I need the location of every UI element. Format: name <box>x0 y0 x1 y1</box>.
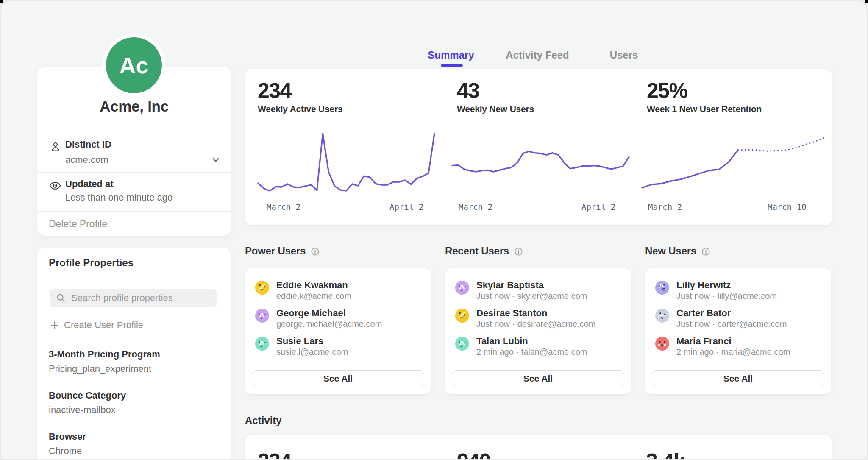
x-tick: March 2 <box>459 202 492 212</box>
user-avatar-face <box>255 281 269 295</box>
company-name: Acme, Inc <box>37 98 231 115</box>
activity-heading: Activity <box>245 415 282 427</box>
user-detail: Just now · carter@acme.com <box>676 319 829 329</box>
user-name: Eddie Kwakman <box>276 280 429 291</box>
property-label: Bounce Category <box>49 390 126 401</box>
distinct-id-value: acme.com <box>65 154 108 165</box>
user-avatar-face <box>655 309 669 323</box>
metric-label-wau: Weekly Active Users <box>258 104 343 114</box>
summary-metrics-card: 234 Weekly Active Users 43 Weekly New Us… <box>245 69 832 225</box>
user-detail: Just now · skyler@acme.com <box>476 291 629 301</box>
info-icon[interactable] <box>311 248 319 256</box>
tab-users[interactable]: Users <box>610 49 638 61</box>
user-avatar-face <box>455 337 469 351</box>
user-avatar-face <box>255 309 269 323</box>
user-detail: Just now · lilly@acme.com <box>676 291 829 301</box>
power-users-card: Eddie Kwakman eddie.k@acme.com George Mi… <box>245 268 431 394</box>
user-detail: eddie.k@acme.com <box>276 291 429 301</box>
person-icon <box>50 141 61 153</box>
distinct-id-label: Distinct ID <box>65 139 111 150</box>
new-users-card: Lilly Herwitz Just now · lilly@acme.com … <box>645 268 831 394</box>
x-tick: March 10 <box>768 202 807 212</box>
user-name: George Michael <box>276 308 429 319</box>
profile-page: Ac Acme, Inc Distinct ID acme.com Update… <box>1 1 867 460</box>
company-avatar: Ac <box>103 34 165 97</box>
create-user-profile-label: Create User Profile <box>64 320 143 331</box>
eye-icon <box>48 180 62 192</box>
recent-users-card: Skylar Baptista Just now · skyler@acme.c… <box>445 268 631 394</box>
profile-properties-card: Profile Properties Create User Profile 3… <box>37 248 231 460</box>
see-all-button[interactable]: See All <box>452 370 624 387</box>
metric-label-retention: Week 1 New User Retention <box>647 104 762 114</box>
chevron-down-icon[interactable] <box>210 154 221 165</box>
new-users-title: New Users <box>645 245 696 257</box>
activity-card: 234 940 3.4k <box>245 435 832 460</box>
property-value: inactive-mailbox <box>49 404 116 415</box>
search-input[interactable] <box>71 293 207 304</box>
metric-value-retention: 25% <box>647 78 687 103</box>
power-users-heading: Power Users <box>245 245 319 257</box>
user-avatar-face <box>455 309 469 323</box>
power-users-title: Power Users <box>245 245 306 257</box>
divider <box>37 277 231 277</box>
company-avatar-circle: Ac <box>106 37 162 93</box>
user-name: Lilly Herwitz <box>676 280 829 291</box>
divider <box>37 211 231 212</box>
property-label: Browser <box>49 431 86 442</box>
metric-value-wau: 234 <box>258 78 291 103</box>
active-tab-underline <box>441 64 463 67</box>
property-label: 3-Month Pricing Program <box>49 349 160 360</box>
x-tick: March 2 <box>648 202 682 212</box>
profile-properties-search[interactable] <box>50 289 217 307</box>
metric-label-wnu: Weekly New Users <box>457 104 534 114</box>
recent-users-heading: Recent Users <box>445 245 523 257</box>
see-all-button[interactable]: See All <box>252 370 424 387</box>
search-icon <box>56 293 66 303</box>
info-icon[interactable] <box>515 248 523 256</box>
user-detail: Just now · desirare@acme.com <box>476 319 629 329</box>
user-name: Susie Lars <box>276 336 429 347</box>
metric-value-wnu: 43 <box>457 78 479 103</box>
divider <box>37 382 231 382</box>
user-detail: susie.l@acme.com <box>276 347 429 357</box>
user-name: Skylar Baptista <box>476 280 629 291</box>
x-tick: April 2 <box>581 202 615 212</box>
recent-users-title: Recent Users <box>445 245 509 257</box>
user-avatar-face <box>655 281 669 295</box>
create-user-profile-button[interactable]: Create User Profile <box>50 320 143 331</box>
tab-summary[interactable]: Summary <box>428 49 474 61</box>
plus-icon <box>50 321 59 329</box>
profile-properties-title: Profile Properties <box>49 257 134 269</box>
wnu-line-chart <box>451 128 632 196</box>
window-corner-artifact <box>865 0 868 3</box>
tab-activity-feed[interactable]: Activity Feed <box>506 49 569 61</box>
user-name: Desirae Stanton <box>476 308 629 319</box>
user-avatar-face <box>655 337 669 351</box>
property-value: Pricing_plan_experiment <box>49 363 151 374</box>
user-name: Maria Franci <box>676 336 829 347</box>
updated-at-label: Updated at <box>65 178 114 190</box>
see-all-button[interactable]: See All <box>652 370 824 387</box>
retention-line-chart <box>640 128 827 196</box>
user-name: Talan Lubin <box>476 336 629 347</box>
divider <box>37 423 231 423</box>
updated-at-value: Less than one minute ago <box>65 192 172 203</box>
divider <box>37 341 231 341</box>
wau-line-chart <box>256 128 437 196</box>
delete-profile-button[interactable]: Delete Profile <box>49 218 107 230</box>
user-avatar-face <box>255 337 269 351</box>
user-name: Carter Bator <box>676 308 829 319</box>
user-detail: 2 min ago · maria@acme.com <box>676 347 829 357</box>
user-detail: george.michael@acme.com <box>276 319 429 329</box>
user-detail: 2 min ago · talan@acme.com <box>476 347 629 357</box>
info-icon[interactable] <box>702 248 710 256</box>
property-value: Chrome <box>49 446 82 457</box>
new-users-heading: New Users <box>645 245 710 257</box>
divider <box>37 172 231 173</box>
user-avatar-face <box>455 281 469 295</box>
x-tick: March 2 <box>267 202 300 212</box>
x-tick: April 2 <box>389 202 423 212</box>
window-corner-artifact <box>0 0 3 3</box>
divider <box>37 132 231 132</box>
